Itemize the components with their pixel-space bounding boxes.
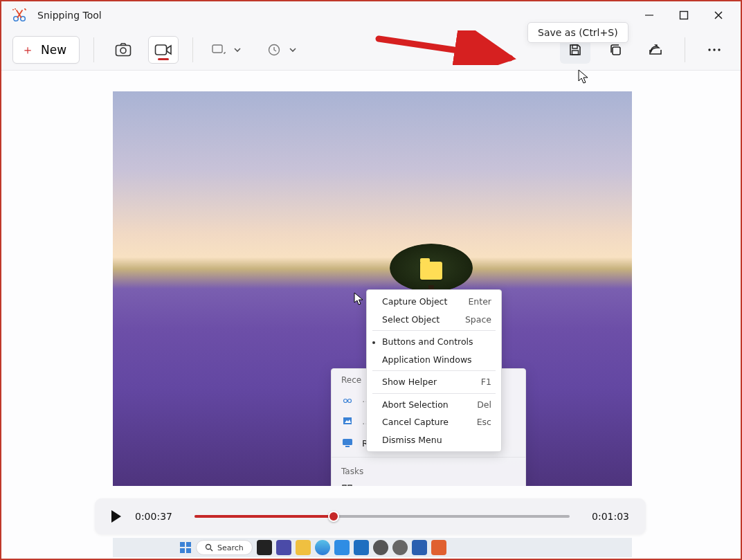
context-menu: Capture ObjectEnter Select ObjectSpace B… [366, 289, 502, 452]
svg-rect-21 [343, 485, 346, 486]
divider [192, 37, 193, 62]
taskbar-app-icon[interactable] [257, 540, 272, 555]
svg-rect-10 [572, 51, 579, 55]
separator [372, 330, 496, 331]
toolbar: ＋ New [1, 29, 741, 71]
active-indicator [158, 58, 169, 60]
svg-rect-37 [180, 542, 185, 547]
ctx-capture-object[interactable]: Capture ObjectEnter [367, 293, 501, 311]
taskbar-app-icon[interactable] [392, 540, 408, 555]
titlebar: Snipping Tool [1, 1, 741, 29]
svg-rect-7 [212, 45, 222, 53]
playback-bar: 0:00:37 0:01:03 [95, 498, 646, 534]
seek-knob[interactable] [328, 511, 339, 522]
search-label: Search [217, 543, 244, 552]
search-icon [205, 543, 213, 552]
maximize-button[interactable] [677, 8, 691, 22]
shape-dropdown-button[interactable] [207, 36, 230, 64]
svg-rect-38 [186, 542, 191, 547]
svg-rect-6 [156, 45, 167, 55]
svg-rect-19 [343, 439, 352, 445]
minimize-button[interactable] [642, 8, 656, 22]
save-tooltip: Save as (Ctrl+S) [527, 22, 628, 43]
panel-item-label: Apps [362, 485, 384, 487]
chevron-down-icon[interactable] [289, 46, 297, 54]
video-preview[interactable]: Capture ObjectEnter Select ObjectSpace B… [113, 91, 632, 486]
more-options-button[interactable] [699, 36, 730, 64]
plus-icon: ＋ [21, 42, 34, 58]
new-button[interactable]: ＋ New [12, 36, 80, 64]
taskbar-app-icon[interactable] [334, 540, 350, 555]
divider [685, 37, 685, 62]
content-area: Capture ObjectEnter Select ObjectSpace B… [1, 71, 741, 559]
taskbar-app-icon[interactable] [315, 540, 330, 555]
svg-rect-40 [186, 548, 191, 553]
recorded-taskbar: Search [113, 538, 632, 557]
svg-point-12 [708, 48, 710, 51]
snip-icon [341, 392, 354, 405]
ctx-buttons-controls[interactable]: Buttons and Controls [367, 333, 501, 351]
svg-point-17 [348, 399, 352, 403]
separator [332, 457, 525, 458]
taskbar-app-icon[interactable] [412, 540, 427, 555]
svg-line-42 [210, 549, 212, 551]
ctx-cancel-capture[interactable]: Cancel CaptureEsc [367, 413, 501, 431]
app-icon [11, 7, 28, 24]
svg-rect-3 [680, 12, 688, 19]
svg-rect-22 [348, 485, 352, 486]
chevron-down-icon[interactable] [233, 46, 242, 54]
ctx-abort-selection[interactable]: Abort SelectionDel [367, 396, 501, 414]
checked-dot-icon [372, 341, 375, 344]
svg-point-5 [120, 48, 126, 53]
close-button[interactable] [712, 8, 725, 22]
ctx-dismiss-menu[interactable]: Dismiss Menu [367, 431, 501, 449]
svg-point-41 [206, 545, 211, 550]
taskbar-app-icon[interactable] [431, 540, 446, 555]
taskbar-app-icon[interactable] [296, 540, 311, 555]
svg-rect-39 [180, 548, 185, 553]
delay-dropdown-button[interactable] [262, 36, 286, 64]
divider [93, 37, 94, 62]
ctx-application-windows[interactable]: Application Windows [367, 351, 501, 369]
play-button[interactable] [111, 510, 121, 523]
app-title: Snipping Tool [37, 10, 102, 21]
ctx-show-helper[interactable]: Show HelperF1 [367, 373, 501, 391]
taskbar-search[interactable]: Search [196, 540, 253, 555]
tooltip-text: Save as (Ctrl+S) [538, 27, 618, 38]
new-button-label: New [41, 43, 66, 57]
image-file-icon [341, 415, 354, 427]
apps-icon [341, 484, 354, 486]
snapshot-mode-button[interactable] [108, 36, 138, 64]
taskbar-app-icon[interactable] [373, 540, 388, 555]
share-button[interactable] [640, 36, 671, 64]
separator [372, 370, 496, 371]
mouse-cursor-icon [578, 69, 590, 84]
svg-rect-20 [345, 446, 350, 447]
panel-section-tasks: Tasks [332, 460, 525, 479]
ctx-select-object[interactable]: Select ObjectSpace [367, 311, 501, 329]
total-time: 0:01:03 [583, 511, 629, 522]
seek-fill [194, 515, 334, 518]
mouse-cursor-icon [354, 292, 365, 306]
svg-point-14 [718, 48, 720, 51]
svg-line-15 [379, 39, 510, 58]
taskbar-app-icon[interactable] [276, 540, 291, 555]
seek-track[interactable] [194, 515, 570, 518]
taskbar-app-icon[interactable] [354, 540, 369, 555]
svg-rect-4 [116, 45, 131, 55]
folder-icon [420, 262, 442, 280]
current-time: 0:00:37 [135, 511, 181, 522]
svg-point-13 [713, 48, 715, 51]
svg-rect-11 [613, 47, 620, 55]
record-mode-button[interactable] [148, 36, 179, 64]
panel-apps[interactable]: Apps [332, 479, 525, 486]
monitor-icon [341, 437, 354, 449]
separator [372, 393, 496, 394]
svg-point-16 [344, 399, 347, 403]
annotation-arrow [375, 30, 521, 65]
windows-start-icon[interactable] [179, 541, 192, 554]
